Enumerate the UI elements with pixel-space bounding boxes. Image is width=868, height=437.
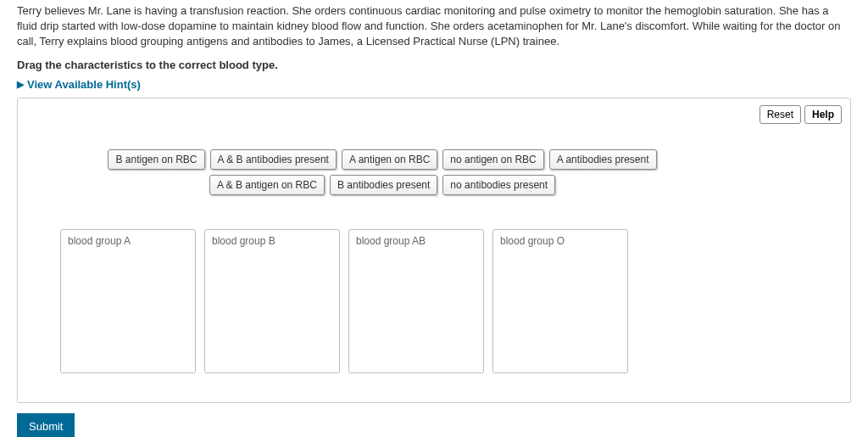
instruction-text: Drag the characteristics to the correct …	[17, 59, 851, 71]
bin-title: blood group O	[500, 235, 620, 247]
bin-title: blood group A	[68, 235, 188, 247]
bin-title: blood group B	[212, 235, 332, 247]
view-hints-link[interactable]: ▶ View Available Hint(s)	[17, 78, 851, 91]
draggable-item[interactable]: B antibodies present	[330, 175, 437, 195]
top-buttons: Reset Help	[760, 105, 842, 124]
draggable-item[interactable]: no antigen on RBC	[442, 149, 543, 170]
draggable-item[interactable]: A & B antibodies present	[210, 149, 337, 170]
reset-button[interactable]: Reset	[760, 105, 801, 124]
submit-button[interactable]: Submit	[17, 413, 75, 437]
help-button[interactable]: Help	[804, 105, 842, 124]
draggable-item[interactable]: no antibodies present	[442, 175, 555, 195]
draggable-item[interactable]: A & B antigen on RBC	[209, 175, 325, 195]
draggable-item[interactable]: A antibodies present	[549, 149, 657, 170]
bins-row: blood group A blood group B blood group …	[60, 229, 842, 373]
draggable-pool: B antigen on RBC A & B antibodies presen…	[60, 149, 704, 195]
drop-bin-b[interactable]: blood group B	[204, 229, 340, 373]
bin-title: blood group AB	[356, 235, 476, 247]
draggable-item[interactable]: B antigen on RBC	[108, 149, 204, 170]
draggable-item[interactable]: A antigen on RBC	[342, 149, 437, 170]
drop-bin-a[interactable]: blood group A	[60, 229, 196, 373]
work-area: Reset Help B antigen on RBC A & B antibo…	[17, 98, 851, 403]
view-hints-label: View Available Hint(s)	[27, 78, 141, 91]
drop-bin-ab[interactable]: blood group AB	[348, 229, 484, 373]
drop-bin-o[interactable]: blood group O	[492, 229, 628, 373]
scenario-text: Terry believes Mr. Lane is having a tran…	[17, 3, 851, 50]
chevron-right-icon: ▶	[17, 79, 24, 90]
